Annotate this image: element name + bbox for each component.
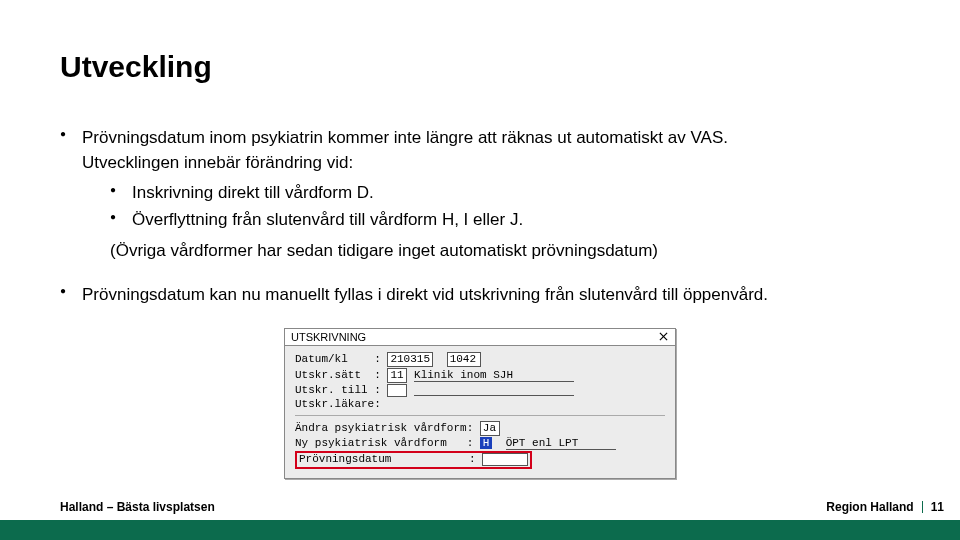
label-satt: Utskr.sätt : <box>295 369 387 381</box>
label-nyform: Ny psykiatrisk vårdform : <box>295 437 480 449</box>
row-satt: Utskr.sätt : 11 Klinik inom SJH <box>295 368 665 383</box>
footer-left: Halland – Bästa livsplatsen <box>60 500 215 514</box>
footer-bar <box>0 520 960 540</box>
row-andra: Ändra psykiatrisk vårdform: Ja <box>295 421 665 436</box>
field-datum-date[interactable]: 210315 <box>387 352 433 367</box>
row-datum: Datum/kl : 210315 1042 <box>295 352 665 367</box>
dialog-title: UTSKRIVNING <box>291 331 366 343</box>
label-andra: Ändra psykiatrisk vårdform: <box>295 422 480 434</box>
field-nyform-code[interactable]: H <box>480 437 493 449</box>
sub-bullet-list: Inskrivning direkt till vårdform D. Över… <box>110 181 900 232</box>
slide: Utveckling Prövningsdatum inom psykiatri… <box>0 0 960 540</box>
footer-region: Region Halland <box>826 500 913 514</box>
footer-separator <box>922 501 923 513</box>
bullet-1-line2: Utvecklingen innebär förändring vid: <box>82 153 353 172</box>
bullet-1-line1: Prövningsdatum inom psykiatrin kommer in… <box>82 128 728 147</box>
row-provningsdatum: Prövningsdatum : <box>295 451 665 469</box>
page-title: Utveckling <box>60 50 900 84</box>
footer-text-row: Halland – Bästa livsplatsen Region Halla… <box>0 496 960 520</box>
field-till-code[interactable] <box>387 384 407 397</box>
dialog-body: Datum/kl : 210315 1042 Utskr.sätt : 11 K… <box>285 346 675 478</box>
bullet-1-paren: (Övriga vårdformer har sedan tidigare in… <box>110 239 900 264</box>
row-lakare: Utskr.läkare: <box>295 398 665 410</box>
sub-bullet-2: Överflyttning från slutenvård till vårdf… <box>110 208 900 233</box>
redbox-provningsdatum: Prövningsdatum : <box>295 451 532 469</box>
field-satt-code[interactable]: 11 <box>387 368 407 383</box>
field-till-text <box>414 384 574 396</box>
label-datum: Datum/kl : <box>295 353 387 365</box>
utskrivning-dialog: UTSKRIVNING Datum/kl : 210315 1042 Utskr… <box>284 328 676 479</box>
label-provn-colon: : <box>469 453 476 465</box>
field-satt-text: Klinik inom SJH <box>414 369 574 382</box>
bullet-list: Prövningsdatum inom psykiatrin kommer in… <box>60 126 900 308</box>
label-lakare: Utskr.läkare: <box>295 398 381 410</box>
divider <box>295 415 665 416</box>
row-nyform: Ny psykiatrisk vårdform : H ÖPT enl LPT <box>295 437 665 450</box>
field-nyform-text: ÖPT enl LPT <box>506 437 616 450</box>
sub-bullet-1: Inskrivning direkt till vårdform D. <box>110 181 900 206</box>
row-till: Utskr. till : <box>295 384 665 397</box>
label-provn: Prövningsdatum <box>299 453 469 465</box>
label-till: Utskr. till : <box>295 384 387 396</box>
footer-right-group: Region Halland 11 <box>826 500 944 514</box>
page-number: 11 <box>931 500 944 514</box>
field-datum-time[interactable]: 1042 <box>447 352 481 367</box>
dialog-titlebar: UTSKRIVNING <box>285 329 675 346</box>
field-andra[interactable]: Ja <box>480 421 500 436</box>
field-provn[interactable] <box>482 453 528 466</box>
bullet-2: Prövningsdatum kan nu manuellt fyllas i … <box>60 283 900 308</box>
bullet-1: Prövningsdatum inom psykiatrin kommer in… <box>60 126 900 263</box>
close-icon[interactable] <box>655 330 671 344</box>
